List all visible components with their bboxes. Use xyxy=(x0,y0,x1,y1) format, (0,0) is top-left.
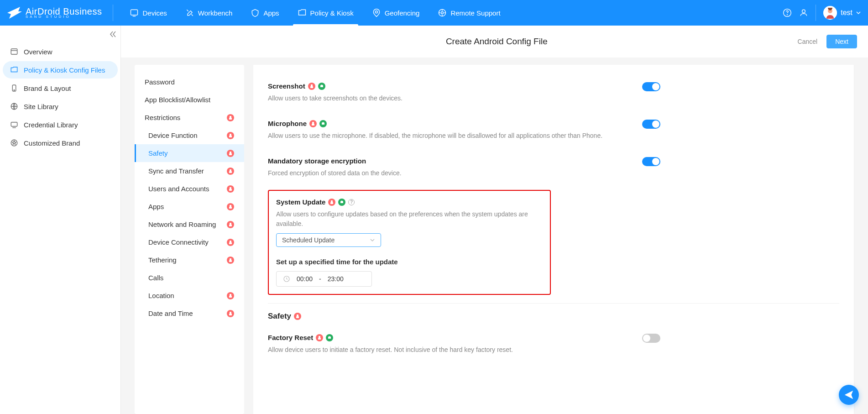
next-button[interactable]: Next xyxy=(826,35,857,48)
sidebar-label: Site Library xyxy=(24,103,58,110)
system-update-highlight: System Update ? Allow users to configure… xyxy=(268,190,551,295)
sidebar-collapse-button[interactable] xyxy=(109,30,117,40)
nav-label: Policy & Kiosk xyxy=(310,9,354,17)
help-icon[interactable] xyxy=(783,8,792,17)
logo-icon xyxy=(7,7,22,19)
factory-reset-toggle[interactable] xyxy=(642,334,660,343)
svg-rect-35 xyxy=(229,260,232,262)
nav-remote-support[interactable]: Remote Support xyxy=(429,0,509,26)
config-label: Password xyxy=(145,78,175,86)
setting-title-text: Factory Reset xyxy=(268,334,313,341)
time-range-input[interactable]: 00:00 - 23:00 xyxy=(276,271,372,287)
system-update-select[interactable]: Scheduled Update xyxy=(276,233,381,247)
config-date-time[interactable]: Date and Time xyxy=(135,304,244,322)
support-icon[interactable] xyxy=(799,8,808,17)
sidebar-credential-library[interactable]: Credential Library xyxy=(3,116,118,133)
config-label: Apps xyxy=(148,203,164,210)
setting-microphone: Microphone Allow users to use the microp… xyxy=(268,111,839,149)
config-device-connectivity[interactable]: Device Connectivity xyxy=(135,233,244,251)
user-menu[interactable]: test xyxy=(816,5,861,21)
device-owner-badge xyxy=(316,334,323,341)
globe-icon xyxy=(10,102,18,110)
nav-items: Devices Workbench Apps Policy & Kiosk Ge… xyxy=(120,0,509,26)
setting-title-text: System Update xyxy=(276,198,325,206)
config-location[interactable]: Location xyxy=(135,287,244,304)
svg-rect-29 xyxy=(229,207,232,209)
brand-logo[interactable]: AirDroid Business SAND STUDIO xyxy=(7,5,113,21)
nav-workbench[interactable]: Workbench xyxy=(176,0,242,26)
sidebar-label: Credential Library xyxy=(24,121,78,129)
sidebar-customized-brand[interactable]: Customized Brand xyxy=(3,134,118,152)
page-header: Create Android Config File Cancel Next xyxy=(121,26,868,58)
config-calls[interactable]: Calls xyxy=(135,269,244,287)
svg-rect-41 xyxy=(310,86,313,88)
help-icon[interactable]: ? xyxy=(348,199,355,205)
sidebar-overview[interactable]: Overview xyxy=(3,43,118,60)
device-owner-badge xyxy=(294,313,301,320)
svg-rect-45 xyxy=(330,202,333,204)
config-network-roaming[interactable]: Network and Roaming xyxy=(135,215,244,233)
android-badge xyxy=(318,83,325,90)
star-icon xyxy=(10,139,18,147)
svg-rect-19 xyxy=(229,118,232,120)
setting-encryption: Mandatory storage encryption Forced encr… xyxy=(268,149,839,186)
sidebar-label: Customized Brand xyxy=(24,139,80,147)
page-title: Create Android Config File xyxy=(196,37,798,47)
config-safety[interactable]: Safety xyxy=(135,144,244,162)
setting-title-text: Microphone xyxy=(268,120,307,127)
section-heading-text: Safety xyxy=(268,312,291,321)
brand-sub: SAND STUDIO xyxy=(26,15,102,19)
config-label: Calls xyxy=(148,274,163,282)
svg-point-7 xyxy=(802,10,805,13)
config-label: Location xyxy=(148,292,174,299)
config-users-accounts[interactable]: Users and Accounts xyxy=(135,180,244,198)
badge-icon xyxy=(227,203,234,210)
svg-rect-33 xyxy=(229,242,232,244)
top-nav: AirDroid Business SAND STUDIO Devices Wo… xyxy=(0,0,868,26)
config-restrictions[interactable]: Restrictions xyxy=(135,109,244,126)
nav-label: Workbench xyxy=(198,9,233,17)
setting-desc: Forced encryption of stored data on the … xyxy=(268,168,633,178)
svg-rect-23 xyxy=(229,153,232,155)
config-device-function[interactable]: Device Function xyxy=(135,126,244,144)
nav-devices[interactable]: Devices xyxy=(120,0,176,26)
config-app-blocklist[interactable]: App Blocklist/Allowlist xyxy=(135,91,244,109)
workbench-icon xyxy=(185,8,194,17)
config-label: Network and Roaming xyxy=(148,220,216,228)
nav-policy-kiosk[interactable]: Policy & Kiosk xyxy=(288,0,363,26)
apps-icon xyxy=(251,8,260,17)
sidebar-site-library[interactable]: Site Library xyxy=(3,98,118,115)
config-sync-transfer[interactable]: Sync and Transfer xyxy=(135,162,244,180)
encryption-toggle[interactable] xyxy=(642,157,660,166)
sidebar-policy-kiosk[interactable]: Policy & Kiosk Config Files xyxy=(3,61,118,79)
config-label: Safety xyxy=(148,149,168,157)
config-apps[interactable]: Apps xyxy=(135,198,244,215)
config-label: Tethering xyxy=(148,256,177,264)
setting-desc: Allow users to use the microphone. If di… xyxy=(268,131,633,141)
svg-rect-21 xyxy=(229,136,232,137)
nav-apps[interactable]: Apps xyxy=(241,0,288,26)
safety-section-heading: Safety xyxy=(268,312,839,321)
config-tethering[interactable]: Tethering xyxy=(135,251,244,269)
svg-rect-50 xyxy=(318,338,321,340)
settings-panel: Screenshot Allow users to take screensho… xyxy=(253,65,854,414)
setting-screenshot: Screenshot Allow users to take screensho… xyxy=(268,74,839,111)
badge-icon xyxy=(227,168,234,175)
nav-geofencing[interactable]: Geofencing xyxy=(363,0,429,26)
svg-rect-15 xyxy=(11,122,17,126)
svg-rect-39 xyxy=(229,314,232,315)
microphone-toggle[interactable] xyxy=(642,120,660,129)
screenshot-toggle[interactable] xyxy=(642,82,660,91)
svg-point-13 xyxy=(14,90,15,91)
send-icon xyxy=(844,390,854,400)
credential-icon xyxy=(10,121,18,129)
sidebar-brand-layout[interactable]: Brand & Layout xyxy=(3,79,118,97)
config-password[interactable]: Password xyxy=(135,73,244,91)
setting-factory-reset: Factory Reset Allow device users to init… xyxy=(268,325,839,355)
config-label: App Blocklist/Allowlist xyxy=(145,96,210,104)
svg-point-6 xyxy=(787,15,788,15)
chevron-down-icon xyxy=(370,237,375,243)
cancel-button[interactable]: Cancel xyxy=(798,38,818,45)
support-fab[interactable] xyxy=(839,385,859,405)
left-sidebar: Overview Policy & Kiosk Config Files Bra… xyxy=(0,26,121,414)
